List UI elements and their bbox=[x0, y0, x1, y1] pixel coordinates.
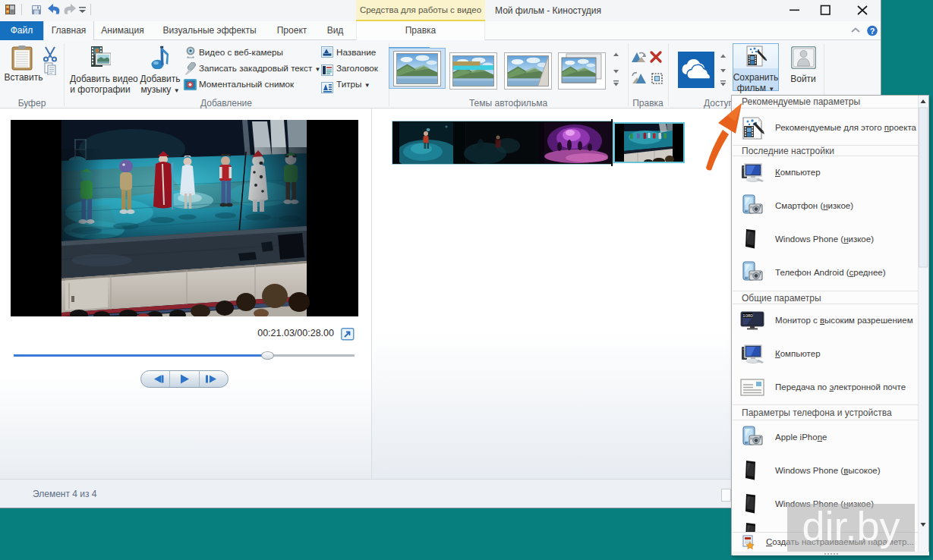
svg-text:?: ? bbox=[870, 27, 875, 36]
